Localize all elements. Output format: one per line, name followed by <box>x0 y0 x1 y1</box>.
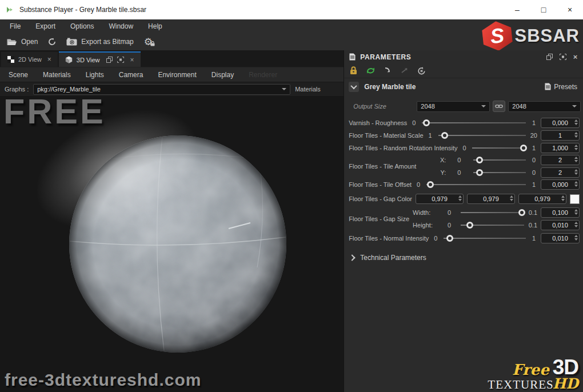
subtab-environment[interactable]: Environment <box>150 71 203 79</box>
panel-maximize-icon[interactable] <box>560 54 566 60</box>
materials-label[interactable]: Materials <box>295 86 321 93</box>
subtab-scene[interactable]: Scene <box>1 71 35 79</box>
param-slider[interactable] <box>421 119 527 127</box>
chevron-down-icon <box>351 82 357 89</box>
slider-knob[interactable] <box>476 169 483 176</box>
tab-3d-close-icon[interactable]: × <box>130 56 134 64</box>
close-button[interactable]: × <box>557 0 583 19</box>
param-label: Varnish - Roughness <box>349 119 407 126</box>
technical-parameters-toggle[interactable]: Technical Parameters <box>344 245 583 271</box>
gap-color-swatch[interactable] <box>570 194 580 204</box>
refresh-button[interactable] <box>48 38 56 46</box>
param-label: Floor Tiles - Tile Offset <box>349 181 412 188</box>
gap-color-r-spinbox[interactable]: 0,979 <box>416 194 464 204</box>
param-slider[interactable] <box>460 221 525 229</box>
graph-select[interactable]: pkg://Grey_Marble_tile <box>33 84 290 95</box>
param-slider[interactable] <box>442 234 527 242</box>
slider-knob[interactable] <box>520 145 527 151</box>
spinner-arrows-icon[interactable] <box>574 181 578 187</box>
param-slider[interactable] <box>437 131 527 139</box>
presets-button[interactable]: Presets <box>545 83 578 91</box>
param-spinbox[interactable]: 2 <box>541 155 580 165</box>
output-width-value: 2048 <box>421 103 434 110</box>
param-slider[interactable] <box>472 169 527 177</box>
collapse-button[interactable] <box>349 82 359 92</box>
tab-3d-view[interactable]: 3D View × <box>59 51 141 67</box>
slider-knob[interactable] <box>441 132 448 139</box>
link-dimensions-button[interactable] <box>493 101 505 112</box>
spinner-arrows-icon[interactable] <box>574 145 578 150</box>
spinner-arrows-icon[interactable] <box>574 132 578 138</box>
menu-window[interactable]: Window <box>101 22 141 30</box>
tab-2d-view[interactable]: 2D View × <box>1 52 58 67</box>
spinner-arrows-icon[interactable] <box>510 195 513 201</box>
import-preset-icon[interactable] <box>384 67 392 74</box>
maximize-button[interactable]: □ <box>530 0 557 19</box>
menu-file[interactable]: File <box>2 22 28 30</box>
param-spinbox[interactable]: 1,000 <box>541 143 580 153</box>
param-spinbox[interactable]: 0,100 <box>541 207 580 218</box>
chevron-down-icon <box>572 105 577 107</box>
open-button[interactable]: Open <box>7 38 38 46</box>
settings-button[interactable]: ⚙ <box>144 36 153 48</box>
slider-knob[interactable] <box>423 119 430 126</box>
param-slider[interactable] <box>472 156 527 164</box>
slider-knob[interactable] <box>466 222 473 229</box>
spinner-arrows-icon[interactable] <box>458 195 462 201</box>
param-slider[interactable] <box>460 209 525 217</box>
param-spinbox[interactable]: 0,000 <box>541 179 580 190</box>
output-width-select[interactable]: 2048 <box>417 101 490 112</box>
spinner-arrows-icon[interactable] <box>574 235 578 241</box>
param-spinbox[interactable]: 0,000 <box>541 118 580 128</box>
spinner-arrows-icon[interactable] <box>574 119 578 125</box>
viewport-3d[interactable]: FREE free-3dtextureshd.com <box>0 96 344 392</box>
subtab-camera[interactable]: Camera <box>111 71 151 79</box>
export-bitmap-button[interactable]: Export as Bitmap <box>66 38 133 46</box>
view-tabbar: 2D View × 3D View × <box>0 50 344 67</box>
subtab-lights[interactable]: Lights <box>78 71 111 79</box>
graph-section-header[interactable]: Grey Marble tile Presets <box>344 78 583 95</box>
tab-2d-close-icon[interactable]: × <box>47 55 51 63</box>
export-preset-icon <box>401 67 409 74</box>
titlebar: Substance Player - Grey Marble tile.sbsa… <box>0 0 583 19</box>
slider-knob[interactable] <box>427 181 434 188</box>
minimize-button[interactable]: – <box>504 0 530 19</box>
panel-close-icon[interactable]: × <box>573 53 578 61</box>
spinner-arrows-icon[interactable] <box>561 195 565 201</box>
spinner-arrows-icon[interactable] <box>574 169 578 175</box>
param-spinbox[interactable]: 1 <box>541 130 580 141</box>
spinner-arrows-icon[interactable] <box>574 222 578 227</box>
refresh-icon <box>48 38 56 46</box>
menu-export[interactable]: Export <box>28 22 63 30</box>
spinner-arrows-icon[interactable] <box>574 157 578 162</box>
sub-label: X: <box>420 157 446 163</box>
maximize-panel-icon[interactable] <box>117 57 124 63</box>
gap-color-b-spinbox[interactable]: 0,979 <box>518 194 566 204</box>
param-spinbox[interactable]: 0,010 <box>541 220 580 230</box>
param-slider[interactable] <box>471 144 527 152</box>
float-panel-icon[interactable] <box>106 57 113 63</box>
subtab-materials[interactable]: Materials <box>35 71 78 79</box>
param-spinbox[interactable]: 2 <box>541 167 580 178</box>
subtab-display[interactable]: Display <box>204 71 241 79</box>
output-height-select[interactable]: 2048 <box>508 101 581 112</box>
reset-icon[interactable] <box>417 67 426 75</box>
param-min: 0 <box>442 222 456 229</box>
slider-knob[interactable] <box>476 157 483 163</box>
gap-color-g-spinbox[interactable]: 0,979 <box>467 194 515 204</box>
param-spinbox[interactable]: 0,010 <box>541 233 580 243</box>
spinner-arrows-icon[interactable] <box>574 209 578 215</box>
lock-icon[interactable] <box>350 66 357 75</box>
param-slider[interactable] <box>425 181 527 189</box>
parameters-panel: PARAMETERS × <box>344 50 583 392</box>
menu-options[interactable]: Options <box>63 22 101 30</box>
param-max: 0 <box>530 169 537 176</box>
presets-label: Presets <box>554 83 577 91</box>
slider-knob[interactable] <box>518 209 525 216</box>
sub-label: Height: <box>413 222 439 229</box>
randomize-sync-icon[interactable] <box>366 66 376 75</box>
menu-help[interactable]: Help <box>141 22 170 30</box>
slider-knob[interactable] <box>446 235 453 242</box>
parameters-toolbar <box>344 63 583 78</box>
panel-float-icon[interactable] <box>546 54 553 60</box>
